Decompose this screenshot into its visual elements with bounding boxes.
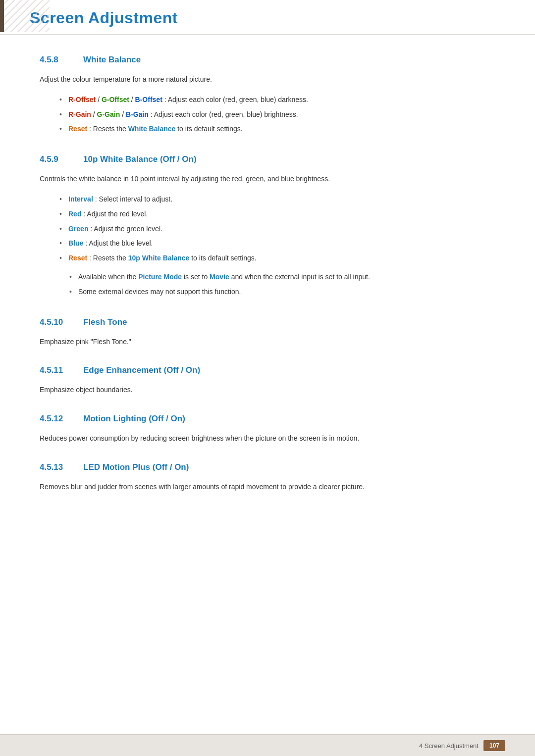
section-title-4-5-8: White Balance <box>83 55 141 65</box>
term-g-offset: G-Offset <box>102 96 129 103</box>
footer-text: 4 Screen Adjustment <box>419 742 479 750</box>
section-4-5-12: 4.5.12 Motion Lighting (Off / On) Reduce… <box>40 414 495 445</box>
term-r-gain: R-Gain <box>68 110 91 118</box>
section-body-4-5-8: Adjust the colour temperature for a more… <box>40 74 495 137</box>
term-10p-white-balance: 10p White Balance <box>128 254 190 262</box>
term-b-gain: B-Gain <box>126 110 149 118</box>
term-r-offset: R-Offset <box>68 96 96 103</box>
section-number-4-5-9: 4.5.9 <box>40 154 69 164</box>
section-title-4-5-10: Flesh Tone <box>83 317 127 327</box>
section-heading-4-5-12: 4.5.12 Motion Lighting (Off / On) <box>40 414 495 426</box>
list-item: R-Gain / G-Gain / B-Gain : Adjust each c… <box>59 107 495 122</box>
term-g-gain: G-Gain <box>97 110 120 118</box>
section-body-4-5-13: Removes blur and judder from scenes with… <box>40 481 495 493</box>
list-item: Some external devices may not support th… <box>69 285 495 300</box>
term-reset-10p: Reset <box>68 254 87 262</box>
section-intro-4-5-12: Reduces power consumption by reducing sc… <box>40 433 495 445</box>
bullet-list-4-5-8: R-Offset / G-Offset / B-Offset : Adjust … <box>59 93 495 137</box>
section-body-4-5-11: Emphasize object boundaries. <box>40 384 495 396</box>
section-title-4-5-9: 10p White Balance (Off / On) <box>83 154 197 164</box>
section-number-4-5-13: 4.5.13 <box>40 462 69 472</box>
term-blue: Blue <box>68 239 83 247</box>
section-intro-4-5-11: Emphasize object boundaries. <box>40 384 495 396</box>
term-movie: Movie <box>210 273 229 281</box>
section-number-4-5-11: 4.5.11 <box>40 365 69 375</box>
list-item: Interval : Select interval to adjust. <box>59 192 495 207</box>
section-heading-4-5-10: 4.5.10 Flesh Tone <box>40 317 495 329</box>
term-b-offset: B-Offset <box>135 96 162 103</box>
section-4-5-10: 4.5.10 Flesh Tone Emphasize pink "Flesh … <box>40 317 495 348</box>
term-reset: Reset <box>68 125 87 133</box>
term-picture-mode: Picture Mode <box>138 273 182 281</box>
list-item: Red : Adjust the red level. <box>59 207 495 222</box>
page-header: Screen Adjustment <box>0 0 535 35</box>
term-green: Green <box>68 225 88 233</box>
section-4-5-8: 4.5.8 White Balance Adjust the colour te… <box>40 55 495 137</box>
section-4-5-9: 4.5.9 10p White Balance (Off / On) Contr… <box>40 154 495 299</box>
section-intro-4-5-10: Emphasize pink "Flesh Tone." <box>40 336 495 348</box>
section-number-4-5-8: 4.5.8 <box>40 55 69 65</box>
list-item: Available when the Picture Mode is set t… <box>69 270 495 285</box>
section-intro-4-5-13: Removes blur and judder from scenes with… <box>40 481 495 493</box>
top-left-decoration <box>0 0 50 32</box>
term-red: Red <box>68 210 81 218</box>
section-4-5-13: 4.5.13 LED Motion Plus (Off / On) Remove… <box>40 462 495 493</box>
section-title-4-5-12: Motion Lighting (Off / On) <box>83 414 185 424</box>
section-body-4-5-12: Reduces power consumption by reducing sc… <box>40 433 495 445</box>
list-item: Green : Adjust the green level. <box>59 222 495 237</box>
section-number-4-5-10: 4.5.10 <box>40 317 69 327</box>
svg-rect-1 <box>0 0 50 32</box>
section-heading-4-5-8: 4.5.8 White Balance <box>40 55 495 67</box>
section-heading-4-5-11: 4.5.11 Edge Enhancement (Off / On) <box>40 365 495 377</box>
section-intro-4-5-8: Adjust the colour temperature for a more… <box>40 74 495 86</box>
page-title: Screen Adjustment <box>30 9 505 27</box>
section-title-4-5-13: LED Motion Plus (Off / On) <box>83 462 189 472</box>
section-heading-4-5-13: 4.5.13 LED Motion Plus (Off / On) <box>40 462 495 474</box>
main-content: 4.5.8 White Balance Adjust the colour te… <box>0 35 535 734</box>
bullet-list-4-5-9: Interval : Select interval to adjust. Re… <box>59 192 495 266</box>
section-intro-4-5-9: Controls the white balance in 10 point i… <box>40 173 495 185</box>
section-heading-4-5-9: 4.5.9 10p White Balance (Off / On) <box>40 154 495 166</box>
list-item: Reset : Resets the 10p White Balance to … <box>59 251 495 266</box>
footer-page-badge: 107 <box>483 740 505 751</box>
section-title-4-5-11: Edge Enhancement (Off / On) <box>83 365 200 375</box>
list-item: Blue : Adjust the blue level. <box>59 236 495 251</box>
section-body-4-5-10: Emphasize pink "Flesh Tone." <box>40 336 495 348</box>
section-4-5-11: 4.5.11 Edge Enhancement (Off / On) Empha… <box>40 365 495 396</box>
page-footer: 4 Screen Adjustment 107 <box>0 734 535 756</box>
sub-bullet-list-4-5-9: Available when the Picture Mode is set t… <box>69 270 495 300</box>
section-number-4-5-12: 4.5.12 <box>40 414 69 424</box>
list-item: Reset : Resets the White Balance to its … <box>59 122 495 137</box>
term-white-balance: White Balance <box>128 125 176 133</box>
term-interval: Interval <box>68 195 93 203</box>
section-body-4-5-9: Controls the white balance in 10 point i… <box>40 173 495 299</box>
svg-rect-2 <box>0 0 4 32</box>
page-container: Screen Adjustment 4.5.8 White Balance Ad… <box>0 0 535 756</box>
list-item: R-Offset / G-Offset / B-Offset : Adjust … <box>59 93 495 107</box>
